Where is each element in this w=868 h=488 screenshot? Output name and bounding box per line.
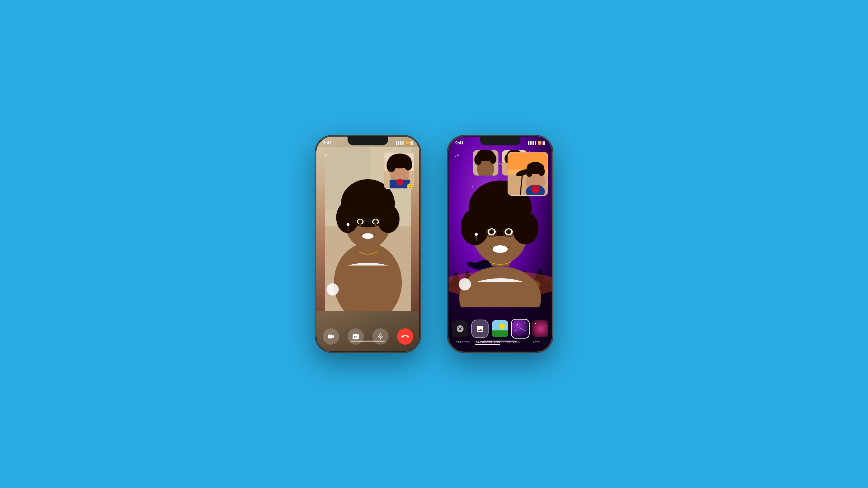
phone-3-chevron[interactable]: ⌄	[455, 150, 460, 158]
battery-icon: ▓	[410, 141, 413, 145]
svg-point-221	[546, 325, 546, 326]
wifi-icon: 🛜	[538, 141, 541, 145]
svg-point-206	[538, 167, 545, 176]
wifi-icon: 🛜	[406, 141, 409, 145]
phone-1-controls	[316, 328, 419, 345]
phones-container: 🙂 ⌄	[315, 0, 553, 488]
svg-point-215	[526, 327, 527, 327]
thumb-video-1	[473, 150, 498, 176]
svg-point-17	[374, 221, 377, 223]
phone-1-chevron[interactable]: ⌄	[323, 150, 328, 158]
phone-1-status-icons: ▌▌▌▌ 🛜 ▓	[396, 141, 413, 145]
svg-point-195	[475, 233, 478, 236]
end-call-button[interactable]	[397, 328, 413, 345]
bg-space-thumbnail[interactable]	[512, 320, 528, 337]
svg-point-208	[531, 185, 539, 193]
phone-3-effects-row	[449, 320, 552, 340]
svg-point-8	[377, 205, 400, 233]
phone-3-home-bar	[483, 341, 517, 342]
phone-2: 9:41 ▌▌▌▌ 🛜 ▓	[448, 136, 553, 352]
svg-point-184	[490, 230, 493, 233]
svg-point-193	[498, 237, 503, 240]
phone-3-pip-video	[508, 152, 548, 196]
svg-rect-210	[492, 330, 508, 337]
effects-label[interactable]: EFFECTS	[450, 340, 475, 345]
svg-point-40	[490, 154, 496, 164]
svg-point-21	[366, 227, 370, 229]
phone-1-time: 9:41	[323, 141, 331, 145]
svg-point-187	[507, 230, 510, 233]
backgrounds-button[interactable]	[472, 320, 488, 337]
bg-nebula-thumbnail[interactable]	[532, 320, 548, 337]
svg-rect-218	[532, 320, 548, 337]
svg-text:🙂: 🙂	[407, 183, 413, 189]
svg-point-11	[352, 183, 383, 206]
svg-point-39	[474, 154, 482, 165]
phone-3-notch	[480, 137, 520, 145]
svg-point-214	[524, 323, 525, 324]
svg-point-178	[512, 211, 538, 244]
phone-3-status-icons: ▌▌▌▌ 🛜 ▓	[528, 141, 545, 145]
phone-1: 🙂 ⌄	[315, 136, 420, 352]
activities-label[interactable]: ACTI...	[525, 340, 550, 345]
phone-3-controls: EFFECTS BACKGROUNDS LIGHTING ACTI...	[449, 320, 552, 345]
camera-flip-button[interactable]	[348, 328, 364, 345]
svg-point-14	[359, 221, 361, 223]
phone-3-white-dot[interactable]	[459, 278, 471, 290]
phone-1-white-dot[interactable]	[327, 283, 339, 296]
svg-point-219	[540, 327, 541, 327]
svg-point-194	[493, 245, 508, 253]
svg-point-30	[387, 159, 396, 172]
phone-3-time: 9:41	[455, 141, 463, 145]
svg-point-31	[404, 158, 412, 170]
signal-icon: ▌▌▌▌	[396, 141, 405, 145]
svg-rect-212	[512, 320, 528, 337]
no-effects-button[interactable]	[452, 320, 468, 337]
svg-point-22	[362, 233, 373, 239]
svg-point-213	[517, 324, 518, 325]
svg-point-23	[347, 223, 349, 226]
phone-1-controls-row	[323, 328, 413, 345]
svg-point-216	[515, 330, 516, 331]
bg-landscape-thumbnail[interactable]	[492, 320, 508, 337]
phone-1-pip-video: 🙂	[384, 152, 414, 189]
phone-1-notch	[348, 137, 388, 145]
battery-icon: ▓	[542, 141, 545, 145]
mute-button[interactable]	[372, 328, 389, 345]
svg-point-205	[526, 167, 533, 177]
signal-icon: ▌▌▌▌	[528, 141, 537, 145]
phone-1-inner: 🙂 ⌄	[316, 137, 419, 351]
svg-point-211	[499, 324, 505, 329]
video-toggle-button[interactable]	[323, 328, 339, 345]
phone-1-home-bar	[351, 341, 385, 342]
svg-point-33	[396, 179, 403, 186]
svg-point-220	[535, 323, 536, 324]
